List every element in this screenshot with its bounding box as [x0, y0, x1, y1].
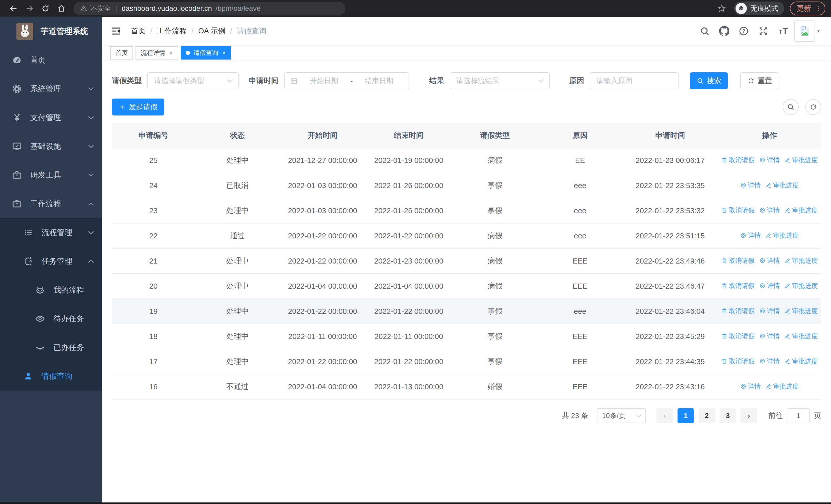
- tab-首页[interactable]: 首页: [110, 46, 133, 60]
- sidebar-item-首页[interactable]: 首页: [0, 46, 102, 75]
- action-detail-link[interactable]: 详情: [759, 206, 780, 214]
- action-detail-link[interactable]: 详情: [759, 256, 780, 265]
- trash-icon: [721, 333, 727, 339]
- detail-icon: [740, 232, 747, 239]
- chevron-down-icon[interactable]: [815, 28, 822, 34]
- close-icon[interactable]: ×: [169, 49, 173, 56]
- home-icon[interactable]: [53, 2, 69, 16]
- page-button-1[interactable]: 1: [678, 408, 694, 423]
- table-row: 22通过2022-01-22 00:00:002022-01-22 00:00:…: [112, 223, 821, 248]
- action-detail-link[interactable]: 详情: [740, 181, 761, 189]
- action-detail-link[interactable]: 详情: [759, 332, 780, 340]
- sidebar-item-我的流程[interactable]: 我的流程: [0, 276, 102, 304]
- search-button[interactable]: 搜索: [690, 72, 728, 89]
- action-cancel-link[interactable]: 取消请假: [721, 156, 754, 164]
- sidebar-item-基础设施[interactable]: 基础设施: [0, 132, 102, 161]
- tab-请假查询[interactable]: 请假查询×: [181, 46, 231, 60]
- sidebar-item-工作流程[interactable]: 工作流程: [0, 189, 102, 218]
- action-cancel-link[interactable]: 取消请假: [721, 281, 754, 290]
- cell-id: 21: [112, 248, 195, 273]
- action-progress-link[interactable]: 审批进度: [784, 281, 818, 290]
- reload-icon[interactable]: [37, 2, 53, 16]
- create-leave-button[interactable]: 发起请假: [112, 98, 164, 116]
- action-progress-link[interactable]: 审批进度: [765, 231, 799, 240]
- cell-reason: EEE: [537, 273, 623, 299]
- back-icon[interactable]: [6, 2, 22, 16]
- next-page-button[interactable]: ›: [741, 408, 757, 423]
- apply-time-range-picker[interactable]: 开始日期 - 结束日期: [284, 72, 409, 89]
- page-button-3[interactable]: 3: [720, 408, 736, 423]
- avatar[interactable]: [794, 21, 815, 41]
- action-progress-link[interactable]: 审批进度: [784, 357, 818, 365]
- sidebar-item-请假查询[interactable]: 请假查询: [0, 362, 102, 391]
- page-button-2[interactable]: 2: [698, 408, 715, 423]
- action-progress-link[interactable]: 审批进度: [765, 382, 799, 391]
- leave-type-select[interactable]: 请选择请假类型: [147, 72, 239, 89]
- cell-id: 18: [112, 324, 195, 349]
- sidebar-item-已办任务[interactable]: 已办任务: [0, 333, 102, 362]
- action-progress-link[interactable]: 审批进度: [765, 181, 799, 189]
- reason-input[interactable]: [590, 72, 679, 89]
- action-label: 审批进度: [792, 206, 818, 214]
- sidebar-item-任务管理[interactable]: 任务管理: [0, 247, 102, 276]
- sidebar-item-流程管理[interactable]: 流程管理: [0, 218, 102, 247]
- toggle-search-button[interactable]: [783, 99, 799, 115]
- forward-icon[interactable]: [22, 2, 37, 16]
- browser-menu-icon[interactable]: [814, 5, 822, 12]
- action-progress-link[interactable]: 审批进度: [784, 256, 818, 265]
- sidebar-item-label: 请假查询: [41, 371, 93, 382]
- cell-type: 病假: [453, 223, 538, 248]
- cell-reason: EE: [537, 148, 623, 173]
- font-size-icon[interactable]: TT: [778, 26, 791, 36]
- leave-type-label: 请假类型: [112, 76, 142, 86]
- search-icon[interactable]: [699, 26, 710, 36]
- action-cancel-link[interactable]: 取消请假: [721, 332, 754, 340]
- action-cancel-link[interactable]: 取消请假: [721, 357, 754, 365]
- action-detail-link[interactable]: 详情: [759, 156, 780, 164]
- page-size-select[interactable]: 10条/页: [597, 408, 646, 423]
- action-progress-link[interactable]: 审批进度: [784, 156, 818, 164]
- action-detail-link[interactable]: 详情: [740, 382, 761, 391]
- update-button[interactable]: 更新: [790, 2, 825, 16]
- github-icon[interactable]: [719, 26, 729, 36]
- action-progress-link[interactable]: 审批进度: [784, 206, 818, 214]
- action-progress-link[interactable]: 审批进度: [784, 307, 818, 315]
- refresh-table-button[interactable]: [805, 99, 821, 115]
- sidebar-item-待办任务[interactable]: 待办任务: [0, 304, 102, 333]
- help-icon[interactable]: ?: [739, 26, 749, 36]
- goto-page-input[interactable]: [787, 408, 810, 423]
- action-progress-link[interactable]: 审批进度: [784, 332, 818, 340]
- eye-icon: [35, 314, 45, 324]
- result-select[interactable]: 请选择流结果: [450, 72, 550, 89]
- tab-流程详情[interactable]: 流程详情×: [136, 46, 178, 60]
- hamburger-icon[interactable]: [110, 26, 122, 36]
- breadcrumb-item[interactable]: 首页: [131, 26, 146, 36]
- sidebar-item-label: 任务管理: [41, 256, 89, 267]
- not-secure-icon[interactable]: [80, 5, 87, 12]
- action-detail-link[interactable]: 详情: [740, 231, 761, 240]
- action-cancel-link[interactable]: 取消请假: [721, 206, 754, 214]
- action-detail-link[interactable]: 详情: [759, 357, 780, 365]
- breadcrumb-item[interactable]: 工作流程: [157, 26, 187, 36]
- address-bar[interactable]: 不安全 dashboard.yudao.iocoder.cn/bpm/oa/le…: [74, 2, 345, 15]
- action-detail-link[interactable]: 详情: [759, 281, 780, 290]
- sidebar-item-研发工具[interactable]: 研发工具: [0, 161, 102, 189]
- reset-button[interactable]: 重置: [740, 72, 779, 89]
- close-icon[interactable]: ×: [222, 49, 226, 56]
- app-logo[interactable]: 芋道管理系统: [0, 17, 102, 46]
- sidebar-item-支付管理[interactable]: 支付管理: [0, 103, 102, 132]
- action-label: 详情: [767, 206, 780, 214]
- breadcrumb-item[interactable]: OA 示例: [198, 26, 225, 36]
- cell-id: 20: [112, 273, 195, 299]
- action-label: 审批进度: [773, 231, 799, 240]
- fullscreen-icon[interactable]: [758, 26, 768, 36]
- cell-end: 2022-01-04 00:00:00: [365, 273, 453, 299]
- prev-page-button[interactable]: ‹: [657, 408, 673, 423]
- action-cancel-link[interactable]: 取消请假: [721, 307, 754, 315]
- action-detail-link[interactable]: 详情: [759, 307, 780, 315]
- action-cancel-link[interactable]: 取消请假: [721, 256, 754, 265]
- sidebar-item-系统管理[interactable]: 系统管理: [0, 75, 102, 103]
- chevron-down-icon: [88, 229, 94, 234]
- bookmark-star-icon[interactable]: [717, 4, 726, 13]
- breadcrumb-separator: /: [150, 27, 152, 35]
